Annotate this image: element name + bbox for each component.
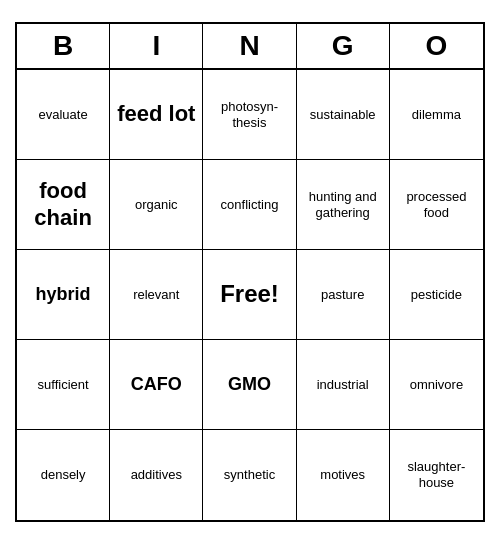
bingo-cell[interactable]: evaluate <box>17 70 110 160</box>
bingo-cell[interactable]: photosyn-thesis <box>203 70 296 160</box>
bingo-cell[interactable]: hunting and gathering <box>297 160 390 250</box>
cell-label: organic <box>135 197 178 213</box>
bingo-header: BINGO <box>17 24 483 70</box>
header-letter: G <box>297 24 390 68</box>
cell-label: relevant <box>133 287 179 303</box>
cell-label: motives <box>320 467 365 483</box>
header-letter: N <box>203 24 296 68</box>
bingo-cell[interactable]: omnivore <box>390 340 483 430</box>
cell-label: densely <box>41 467 86 483</box>
bingo-cell[interactable]: food chain <box>17 160 110 250</box>
cell-label: slaughter-house <box>407 459 465 490</box>
cell-label: pasture <box>321 287 364 303</box>
bingo-cell[interactable]: motives <box>297 430 390 520</box>
cell-label: dilemma <box>412 107 461 123</box>
cell-label: GMO <box>228 374 271 396</box>
bingo-cell[interactable]: relevant <box>110 250 203 340</box>
bingo-cell[interactable]: synthetic <box>203 430 296 520</box>
bingo-cell[interactable]: Free! <box>203 250 296 340</box>
cell-label: processed food <box>394 189 479 220</box>
bingo-grid: evaluatefeed lotphotosyn-thesissustainab… <box>17 70 483 520</box>
cell-label: photosyn-thesis <box>221 99 278 130</box>
cell-label: hunting and gathering <box>301 189 385 220</box>
cell-label: food chain <box>21 178 105 231</box>
bingo-card: BINGO evaluatefeed lotphotosyn-thesissus… <box>15 22 485 522</box>
header-letter: O <box>390 24 483 68</box>
bingo-cell[interactable]: sufficient <box>17 340 110 430</box>
cell-label: CAFO <box>131 374 182 396</box>
cell-label: Free! <box>220 280 279 309</box>
cell-label: conflicting <box>221 197 279 213</box>
bingo-cell[interactable]: dilemma <box>390 70 483 160</box>
cell-label: pesticide <box>411 287 462 303</box>
bingo-cell[interactable]: sustainable <box>297 70 390 160</box>
cell-label: synthetic <box>224 467 275 483</box>
header-letter: B <box>17 24 110 68</box>
cell-label: feed lot <box>117 101 195 127</box>
cell-label: hybrid <box>36 284 91 306</box>
bingo-cell[interactable]: GMO <box>203 340 296 430</box>
cell-label: evaluate <box>39 107 88 123</box>
cell-label: industrial <box>317 377 369 393</box>
bingo-cell[interactable]: CAFO <box>110 340 203 430</box>
cell-label: omnivore <box>410 377 463 393</box>
bingo-cell[interactable]: pasture <box>297 250 390 340</box>
header-letter: I <box>110 24 203 68</box>
bingo-cell[interactable]: hybrid <box>17 250 110 340</box>
bingo-cell[interactable]: slaughter-house <box>390 430 483 520</box>
cell-label: sufficient <box>38 377 89 393</box>
bingo-cell[interactable]: pesticide <box>390 250 483 340</box>
cell-label: sustainable <box>310 107 376 123</box>
bingo-cell[interactable]: feed lot <box>110 70 203 160</box>
bingo-cell[interactable]: organic <box>110 160 203 250</box>
cell-label: additives <box>131 467 182 483</box>
bingo-cell[interactable]: processed food <box>390 160 483 250</box>
bingo-cell[interactable]: industrial <box>297 340 390 430</box>
bingo-cell[interactable]: densely <box>17 430 110 520</box>
bingo-cell[interactable]: conflicting <box>203 160 296 250</box>
bingo-cell[interactable]: additives <box>110 430 203 520</box>
